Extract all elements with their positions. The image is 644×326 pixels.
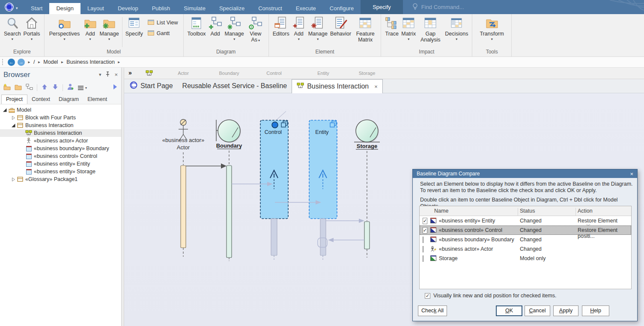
ribbon-item-decisions[interactable]: Decisions▾ bbox=[445, 15, 468, 41]
ribbon-tab-start[interactable]: Start bbox=[24, 3, 49, 14]
ribbon-item-matrix[interactable]: Matrix▾ bbox=[401, 15, 416, 41]
app-menu-button[interactable]: ▾ bbox=[4, 2, 18, 14]
breadcrumb-model[interactable]: Model bbox=[43, 59, 58, 65]
locate-element-icon[interactable] bbox=[67, 83, 74, 92]
expand-right-icon[interactable] bbox=[113, 84, 118, 92]
pin-icon[interactable] bbox=[105, 71, 110, 78]
ribbon-item-gantt[interactable]: Gantt bbox=[148, 30, 178, 37]
ribbon-item-editors[interactable]: Editors bbox=[273, 15, 289, 37]
visually-link-checkbox[interactable]: ✓ Visually link new and old position for… bbox=[425, 293, 556, 299]
expanded-twisty-icon[interactable] bbox=[10, 124, 16, 127]
row-checkbox[interactable] bbox=[423, 237, 423, 243]
ribbon-item-feature-matrix[interactable]: Feature Matrix bbox=[354, 15, 377, 43]
browser-tab-context[interactable]: Context bbox=[27, 95, 54, 104]
ribbon-item-gap-analysis[interactable]: Gap Analysis bbox=[418, 15, 442, 43]
hamburger-menu-icon[interactable]: ▾ bbox=[78, 85, 87, 90]
row-checkbox[interactable]: ✓ bbox=[423, 227, 427, 233]
cancel-button[interactable]: Cancel bbox=[525, 305, 550, 316]
row-checkbox[interactable] bbox=[423, 255, 423, 261]
expanded-twisty-icon[interactable] bbox=[2, 108, 8, 112]
ok-button[interactable]: OK bbox=[496, 305, 522, 316]
tree-item-business-boundary[interactable]: «business boundary» Boundary bbox=[0, 145, 121, 152]
nav-back-button[interactable]: ← bbox=[8, 59, 15, 66]
ribbon-item-portals[interactable]: Portals▾ bbox=[24, 15, 40, 41]
column-status[interactable]: Status bbox=[520, 208, 535, 214]
ribbon-tab-layout[interactable]: Layout bbox=[80, 3, 111, 14]
breadcrumb-root[interactable]: / bbox=[33, 59, 35, 65]
message-actor-to-boundary[interactable] bbox=[186, 163, 227, 169]
ribbon-item-view-as[interactable]: View As▾ bbox=[247, 15, 265, 43]
ribbon-item-model-add[interactable]: Add▾ bbox=[83, 15, 97, 41]
breadcrumb-business-interaction[interactable]: Business Interaction bbox=[66, 59, 115, 65]
ribbon-item-diagram-add[interactable]: Add bbox=[209, 15, 222, 37]
column-action[interactable]: Action bbox=[578, 208, 593, 214]
ribbon-tab-design[interactable]: Design bbox=[49, 3, 80, 14]
toolbar-grip[interactable] bbox=[2, 59, 3, 66]
ribbon-item-list-view[interactable]: List View bbox=[148, 19, 178, 26]
ribbon-item-search[interactable]: Search▾ bbox=[4, 15, 21, 41]
folder-icon[interactable] bbox=[15, 83, 22, 92]
tree-item-business-storage[interactable]: «business entity» Storage bbox=[0, 168, 121, 175]
ribbon-item-toolbox[interactable]: Toolbox bbox=[188, 15, 206, 37]
ribbon-tab-construct[interactable]: Construct bbox=[251, 3, 289, 14]
row-checkbox[interactable]: ✓ bbox=[423, 218, 427, 224]
ribbon-item-element-manage[interactable]: Manage▾ bbox=[308, 15, 328, 41]
element-control-selected[interactable]: Control bbox=[260, 120, 288, 219]
compare-row-storage[interactable]: Storage Model only bbox=[420, 254, 631, 263]
close-icon[interactable]: × bbox=[630, 171, 633, 177]
check-all-button[interactable]: Check All bbox=[418, 305, 447, 316]
compare-row-boundary[interactable]: «business boundary» Boundary Changed bbox=[420, 235, 631, 244]
ribbon-tab-simulate[interactable]: Simulate bbox=[177, 3, 212, 14]
element-entity-selected[interactable]: Entity bbox=[309, 120, 337, 219]
apply-button[interactable]: Apply bbox=[553, 305, 578, 316]
close-tab-icon[interactable]: × bbox=[374, 83, 378, 90]
tree-item-glossary-package1[interactable]: «Glossary» Package1 bbox=[0, 175, 121, 183]
dialog-title-bar[interactable]: Baseline Diagram Compare × bbox=[413, 169, 637, 178]
tab-business-interaction[interactable]: Business Interaction × bbox=[292, 79, 383, 93]
ribbon-item-model-specify[interactable]: Specify bbox=[125, 15, 143, 37]
tree-item-block-with-four-parts[interactable]: Block with Four Parts bbox=[0, 114, 121, 122]
browser-tab-diagram[interactable]: Diagram bbox=[54, 95, 83, 104]
ribbon-item-diagram-manage[interactable]: Manage▾ bbox=[225, 15, 244, 41]
find-command-box[interactable]: Find Command... bbox=[412, 0, 464, 14]
tab-start-page[interactable]: Start Page bbox=[125, 79, 178, 93]
hierarchy-icon[interactable] bbox=[26, 83, 33, 92]
ribbon-tab-publish[interactable]: Publish bbox=[145, 3, 177, 14]
ribbon-tab-specialize[interactable]: Specialize bbox=[212, 3, 251, 14]
lifeline-boundary[interactable]: Boundary bbox=[216, 120, 242, 261]
ribbon-item-trace[interactable]: Trace bbox=[385, 15, 399, 37]
chevrons-icon[interactable]: » bbox=[128, 69, 132, 76]
tree-item-business-control[interactable]: «business control» Control bbox=[0, 152, 121, 160]
ribbon-item-transform[interactable]: Transform▾ bbox=[480, 15, 504, 41]
tree-item-model[interactable]: Model bbox=[0, 106, 121, 114]
column-name[interactable]: Name bbox=[434, 208, 448, 214]
ribbon-tab-execute[interactable]: Execute bbox=[289, 3, 323, 14]
lifeline-storage[interactable]: Storage bbox=[354, 120, 380, 258]
panel-menu-icon[interactable]: ▾ bbox=[99, 72, 101, 77]
ribbon-tab-configure[interactable]: Configure bbox=[323, 3, 361, 14]
tree-item-business-actor[interactable]: «business actor» Actor bbox=[0, 137, 121, 145]
ribbon-item-behavior[interactable]: Behavior bbox=[330, 15, 351, 37]
move-up-icon[interactable] bbox=[41, 83, 48, 92]
compare-row-actor[interactable]: «business actor» Actor Changed bbox=[420, 244, 631, 254]
browser-tab-element[interactable]: Element bbox=[83, 95, 111, 104]
move-down-icon[interactable] bbox=[52, 83, 59, 92]
row-checkbox[interactable] bbox=[423, 246, 423, 252]
ribbon-item-perspectives[interactable]: Perspectives▾ bbox=[48, 15, 81, 41]
compare-row-entity[interactable]: ✓ «business entity» Entity Changed Resto… bbox=[420, 216, 631, 225]
lifeline-actor[interactable]: «business actor» Actor bbox=[162, 119, 204, 257]
ribbon-tab-specify[interactable]: Specify bbox=[361, 0, 403, 14]
browser-tab-project[interactable]: Project bbox=[1, 95, 27, 104]
ribbon-tab-develop[interactable]: Develop bbox=[111, 3, 145, 14]
ribbon-item-model-manage[interactable]: Manage▾ bbox=[100, 15, 119, 41]
ribbon-item-element-add[interactable]: Add▾ bbox=[292, 15, 306, 41]
collapsed-twisty-icon[interactable] bbox=[10, 116, 16, 120]
tree-item-business-interaction-pkg[interactable]: Business Interaction bbox=[0, 122, 121, 129]
tree-item-business-entity[interactable]: «business entity» Entity bbox=[0, 160, 121, 168]
tree-item-business-interaction-diagram[interactable]: Business Interaction bbox=[0, 129, 121, 137]
tab-reusable-asset-service[interactable]: Reusable Asset Service - Baseline bbox=[178, 79, 292, 93]
new-package-icon[interactable] bbox=[3, 83, 11, 92]
collapsed-twisty-icon[interactable] bbox=[10, 178, 16, 181]
help-button[interactable]: Help bbox=[582, 305, 609, 316]
nav-forward-button[interactable]: → bbox=[18, 59, 25, 66]
